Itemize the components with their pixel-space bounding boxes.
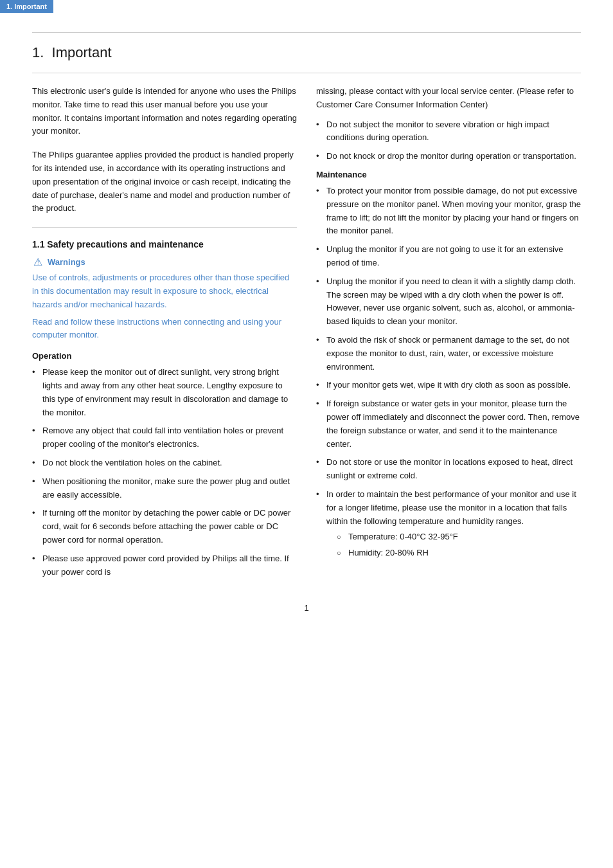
- list-item: Unplug the monitor if you need to clean …: [316, 275, 581, 329]
- intro-paragraph1: This electronic user's guide is intended…: [32, 85, 297, 138]
- sub-list-item: Temperature: 0-40°C 32-95°F: [337, 530, 581, 544]
- sub-list-item: Humidity: 20-80% RH: [337, 547, 581, 560]
- sub-list: Temperature: 0-40°C 32-95°F Humidity: 20…: [337, 530, 581, 560]
- list-item: Do not block the ventilation holes on th…: [32, 457, 297, 470]
- maintenance-list: To protect your monitor from possible da…: [316, 185, 581, 563]
- subsection-title: 1.1 Safety precautions and maintenance: [32, 239, 297, 249]
- list-item: To protect your monitor from possible da…: [316, 185, 581, 238]
- warning-icon: ⚠: [32, 256, 44, 267]
- right-column: missing, please contact with your local …: [316, 85, 581, 584]
- after-power-list: Do not subject the monitor to severe vib…: [316, 118, 581, 163]
- list-item: Unplug the monitor if you are not going …: [316, 243, 581, 270]
- list-item: If your monitor gets wet, wipe it with d…: [316, 379, 581, 392]
- maintenance-title: Maintenance: [316, 170, 581, 179]
- list-item: If foreign substance or water gets in yo…: [316, 397, 581, 451]
- list-item: If turning off the monitor by detaching …: [32, 507, 297, 547]
- tab-bar: 1. Important: [0, 0, 613, 13]
- warnings-block: ⚠ Warnings Use of controls, adjustments …: [32, 256, 297, 342]
- power-cord-continued: missing, please contact with your local …: [316, 85, 581, 112]
- warnings-label: Warnings: [48, 257, 85, 267]
- list-item: Do not knock or drop the monitor during …: [316, 150, 581, 163]
- list-item: Please keep the monitor out of direct su…: [32, 366, 297, 419]
- list-item: Do not subject the monitor to severe vib…: [316, 118, 581, 145]
- title-divider: [32, 73, 581, 73]
- warnings-text1: Use of controls, adjustments or procedur…: [32, 271, 297, 311]
- list-item: In order to maintain the best performanc…: [316, 488, 581, 563]
- top-divider: [32, 32, 581, 33]
- list-item: To avoid the risk of shock or permanent …: [316, 334, 581, 374]
- operation-list: Please keep the monitor out of direct su…: [32, 366, 297, 579]
- tab-label: 1. Important: [0, 0, 53, 13]
- list-item: When positioning the monitor, make sure …: [32, 475, 297, 502]
- page-number: 1: [32, 603, 581, 613]
- warnings-text2: Read and follow these instructions when …: [32, 316, 297, 343]
- list-item: Do not store or use the monitor in locat…: [316, 456, 581, 483]
- section-divider: [32, 227, 297, 228]
- section-title: 1. Important: [32, 44, 581, 61]
- warnings-heading: ⚠ Warnings: [32, 256, 297, 267]
- list-item: Remove any object that could fall into v…: [32, 424, 297, 451]
- operation-title: Operation: [32, 351, 297, 361]
- list-item: Please use approved power cord provided …: [32, 552, 297, 579]
- intro-paragraph2: The Philips guarantee applies provided t…: [32, 149, 297, 215]
- left-column: This electronic user's guide is intended…: [32, 85, 297, 584]
